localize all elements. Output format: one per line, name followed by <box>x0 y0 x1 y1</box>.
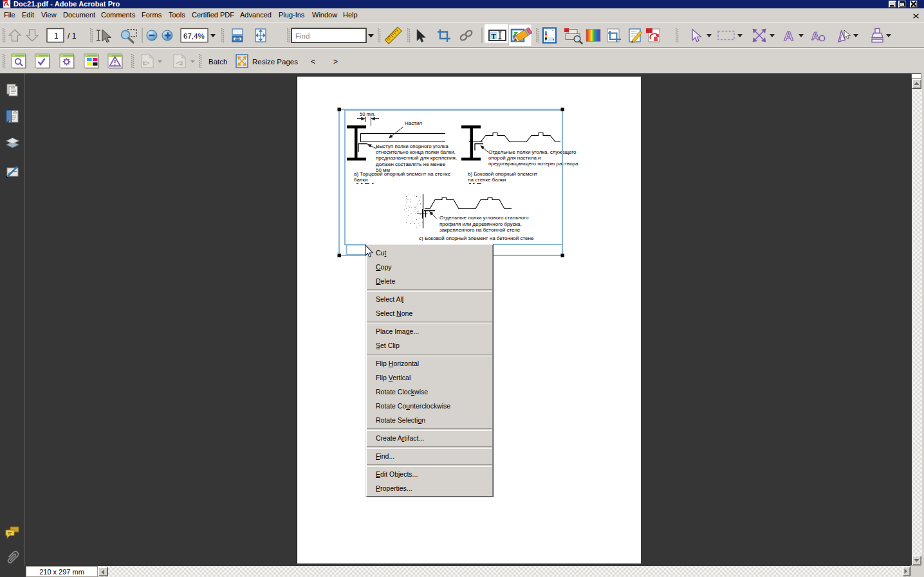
svg-text:1: 1 <box>54 32 59 41</box>
svg-text:T: T <box>492 32 497 40</box>
svg-text:Настил: Настил <box>405 120 422 126</box>
svg-text:Выступ полки опорного уголка: Выступ полки опорного уголка <box>376 143 448 149</box>
svg-text:Find: Find <box>295 32 310 40</box>
svg-text:b) Боковой опорный элемент: b) Боковой опорный элемент <box>468 171 537 177</box>
svg-text:Batch: Batch <box>208 58 227 66</box>
svg-text:на стенке балки: на стенке балки <box>468 177 506 183</box>
svg-text:A: A <box>784 28 793 43</box>
svg-text:балки: балки <box>354 177 367 183</box>
svg-text:/ 1: / 1 <box>68 32 77 41</box>
svg-text:опорой для настила и: опорой для настила и <box>488 155 541 161</box>
svg-text:должен составлять не менее: должен составлять не менее <box>376 161 446 167</box>
svg-text:профиля или деревянного бруска: профиля или деревянного бруска, <box>439 221 522 227</box>
svg-text:<: < <box>311 57 315 66</box>
svg-text:a) Торцевой опорный элемент на: a) Торцевой опорный элемент на стенке <box>354 171 451 177</box>
svg-text:Resize Pages: Resize Pages <box>252 58 298 66</box>
svg-text:Отдельные полки углового сталь: Отдельные полки углового стального <box>439 215 529 221</box>
svg-text:относительно конца полки балки: относительно конца полки балки, <box>376 149 456 155</box>
svg-text:c) Боковой опорный элемент на: c) Боковой опорный элемент на бетонной с… <box>419 235 534 241</box>
svg-text:>: > <box>333 57 338 66</box>
svg-text:A: A <box>811 30 819 42</box>
svg-text:предназначенный для крепления,: предназначенный для крепления, <box>376 155 457 161</box>
svg-text:67,4%: 67,4% <box>183 32 205 40</box>
svg-text:Отдельные полки уголка, служащ: Отдельные полки уголка, служащего <box>488 149 577 155</box>
svg-text:предотвращающего потерю раство: предотвращающего потерю раствора <box>488 161 578 167</box>
svg-text:50 min.: 50 min. <box>360 111 376 117</box>
svg-text:закрепленного на бетонной стен: закрепленного на бетонной стене <box>439 227 521 233</box>
